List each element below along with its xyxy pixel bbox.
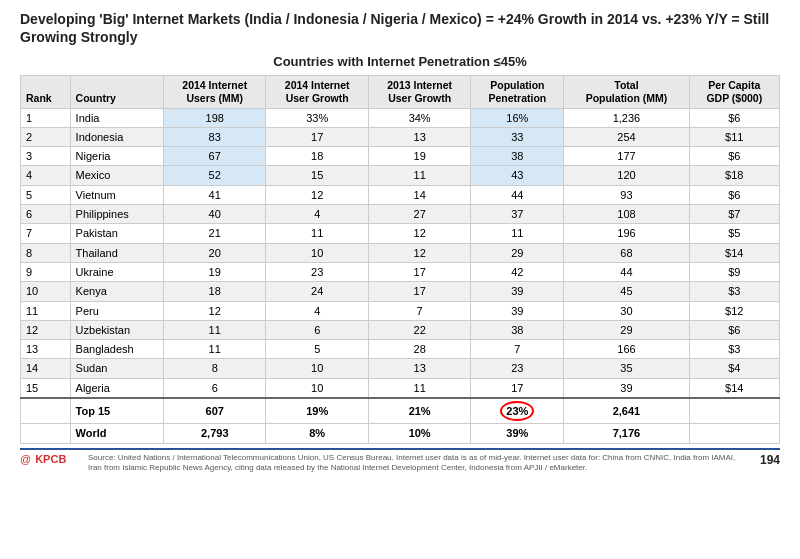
table-cell: 39 <box>471 282 564 301</box>
table-cell: 9 <box>21 262 71 281</box>
table-cell: $9 <box>689 262 779 281</box>
table-cell: 15 <box>266 166 368 185</box>
table-cell: India <box>70 108 163 127</box>
table-cell: Vietnum <box>70 185 163 204</box>
col-users2014: 2014 InternetUsers (MM) <box>164 76 266 108</box>
table-cell: $6 <box>689 320 779 339</box>
table-row: 13Bangladesh115287166$3 <box>21 340 780 359</box>
table-cell: Kenya <box>70 282 163 301</box>
total-cell: 607 <box>164 398 266 424</box>
world-cell: 8% <box>266 424 368 443</box>
table-cell: 39 <box>564 378 689 398</box>
table-cell: 4 <box>266 205 368 224</box>
table-cell: 108 <box>564 205 689 224</box>
source-text: Source: United Nations / International T… <box>88 453 742 474</box>
table-cell: 12 <box>368 224 470 243</box>
table-cell: 17 <box>368 282 470 301</box>
table-cell: $7 <box>689 205 779 224</box>
table-cell: 3 <box>21 147 71 166</box>
col-penetration: PopulationPenetration <box>471 76 564 108</box>
table-row: 3Nigeria67181938177$6 <box>21 147 780 166</box>
table-cell: Mexico <box>70 166 163 185</box>
table-cell: 5 <box>266 340 368 359</box>
table-cell: 13 <box>368 359 470 378</box>
table-cell: 35 <box>564 359 689 378</box>
table-cell: 83 <box>164 127 266 146</box>
table-cell: 18 <box>266 147 368 166</box>
total-cell: 21% <box>368 398 470 424</box>
table-cell: $12 <box>689 301 779 320</box>
table-cell: 120 <box>564 166 689 185</box>
table-row: 11Peru12473930$12 <box>21 301 780 320</box>
table-cell: 11 <box>368 378 470 398</box>
table-cell: 14 <box>368 185 470 204</box>
table-row: 5Vietnum4112144493$6 <box>21 185 780 204</box>
circled-value: 23% <box>500 401 534 421</box>
table-cell: 166 <box>564 340 689 359</box>
world-cell <box>689 424 779 443</box>
world-cell: 7,176 <box>564 424 689 443</box>
table-cell: 10 <box>266 378 368 398</box>
table-cell: 34% <box>368 108 470 127</box>
at-icon: @ <box>20 453 31 465</box>
table-cell: 18 <box>164 282 266 301</box>
table-cell: 37 <box>471 205 564 224</box>
table-cell: 1 <box>21 108 71 127</box>
logo-area: @ KPCB <box>20 453 80 465</box>
table-cell: 5 <box>21 185 71 204</box>
total-cell <box>21 398 71 424</box>
table-cell: 16% <box>471 108 564 127</box>
table-row: 1India19833%34%16%1,236$6 <box>21 108 780 127</box>
table-cell: 11 <box>266 224 368 243</box>
table-cell: $6 <box>689 147 779 166</box>
total-cell: 2,641 <box>564 398 689 424</box>
table-cell: 15 <box>21 378 71 398</box>
table-cell: 30 <box>564 301 689 320</box>
table-row: 12Uzbekistan116223829$6 <box>21 320 780 339</box>
table-cell: $3 <box>689 282 779 301</box>
table-cell: 23 <box>266 262 368 281</box>
table-cell: 44 <box>564 262 689 281</box>
table-cell: 23 <box>471 359 564 378</box>
table-cell: Philippines <box>70 205 163 224</box>
table-cell: 27 <box>368 205 470 224</box>
table-cell: 12 <box>21 320 71 339</box>
total-cell <box>689 398 779 424</box>
world-cell: World <box>70 424 163 443</box>
table-row: 2Indonesia83171333254$11 <box>21 127 780 146</box>
table-row: 9Ukraine1923174244$9 <box>21 262 780 281</box>
table-cell: 40 <box>164 205 266 224</box>
table-cell: 11 <box>471 224 564 243</box>
col-country: Country <box>70 76 163 108</box>
table-cell: 29 <box>471 243 564 262</box>
kpcb-logo: KPCB <box>35 453 66 465</box>
table-cell: 22 <box>368 320 470 339</box>
world-cell: 2,793 <box>164 424 266 443</box>
table-cell: $6 <box>689 108 779 127</box>
table-cell: 12 <box>164 301 266 320</box>
table-cell: 33% <box>266 108 368 127</box>
table-row: 10Kenya1824173945$3 <box>21 282 780 301</box>
table-cell: 7 <box>368 301 470 320</box>
table-cell: Ukraine <box>70 262 163 281</box>
table-cell: 24 <box>266 282 368 301</box>
table-cell: 254 <box>564 127 689 146</box>
col-totalpop: TotalPopulation (MM) <box>564 76 689 108</box>
table-row: 8Thailand2010122968$14 <box>21 243 780 262</box>
table-cell: $14 <box>689 378 779 398</box>
table-cell: 4 <box>266 301 368 320</box>
table-cell: 12 <box>368 243 470 262</box>
col-growth2013: 2013 InternetUser Growth <box>368 76 470 108</box>
table-cell: Uzbekistan <box>70 320 163 339</box>
chart-subtitle: Countries with Internet Penetration ≤45% <box>20 54 780 69</box>
table-cell: 14 <box>21 359 71 378</box>
table-cell: 44 <box>471 185 564 204</box>
table-cell: $6 <box>689 185 779 204</box>
col-rank: Rank <box>21 76 71 108</box>
total-cell: 23% <box>471 398 564 424</box>
table-cell: $5 <box>689 224 779 243</box>
table-cell: 28 <box>368 340 470 359</box>
table-cell: 8 <box>164 359 266 378</box>
page-number: 194 <box>750 453 780 467</box>
table-cell: 6 <box>21 205 71 224</box>
